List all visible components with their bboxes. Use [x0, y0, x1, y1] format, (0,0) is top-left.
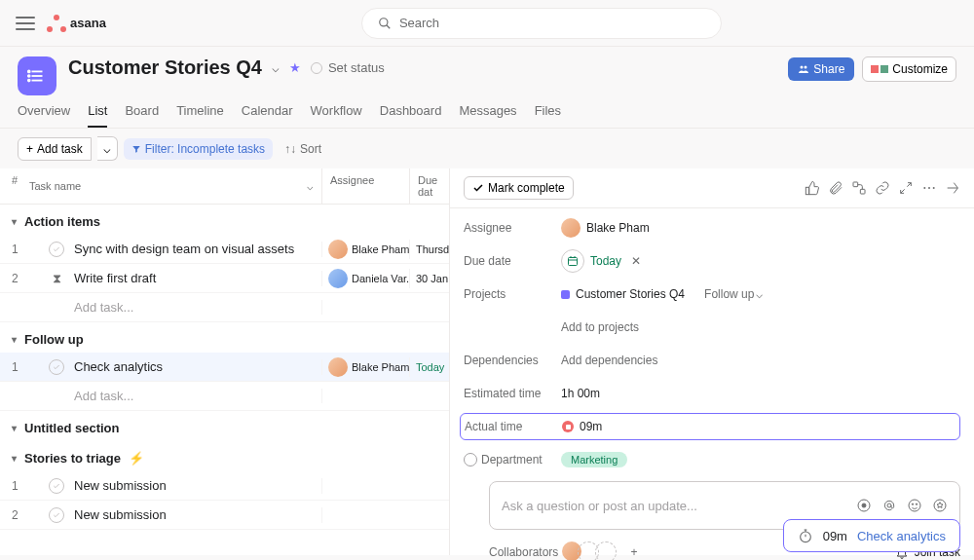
add-task-row[interactable]: Add task... [0, 382, 449, 411]
stopwatch-icon [798, 528, 813, 543]
timer-task-link[interactable]: Check analytics [857, 529, 946, 543]
task-row[interactable]: 2 ⧗Write first draft Daniela Var... 30 J… [0, 264, 449, 293]
due-date: 30 Jan [410, 273, 449, 284]
task-list-pane: # Task name⌵ Assignee Due dat ▾Action it… [0, 168, 450, 555]
collapse-icon: ▾ [12, 334, 17, 345]
project-chip[interactable]: Customer Stories Q4 [561, 287, 685, 301]
calendar-icon [561, 249, 584, 273]
tab-dashboard[interactable]: Dashboard [380, 103, 442, 128]
section-header[interactable]: ▾Action items [0, 205, 449, 235]
add-task-caret[interactable]: ⌵ [97, 136, 118, 161]
filter-pill[interactable]: Filter: Incomplete tasks [124, 138, 273, 160]
tab-files[interactable]: Files [535, 103, 561, 128]
tab-messages[interactable]: Messages [459, 103, 516, 128]
collaborators-label: Collaborators [489, 545, 558, 559]
project-tabs: Overview List Board Timeline Calendar Wo… [0, 95, 974, 129]
appreciation-icon[interactable] [932, 498, 948, 513]
svg-point-23 [909, 500, 920, 511]
menu-icon[interactable] [16, 17, 35, 30]
section-header[interactable]: ▾Follow up [0, 322, 449, 353]
svg-point-6 [28, 75, 30, 77]
tab-timeline[interactable]: Timeline [176, 103, 224, 128]
mark-complete-button[interactable]: Mark complete [464, 176, 574, 200]
label-projects: Projects [464, 287, 561, 301]
actual-time-value[interactable]: 09m [562, 420, 602, 433]
tab-board[interactable]: Board [125, 103, 159, 128]
add-task-button[interactable]: + Add task [18, 137, 92, 161]
task-row[interactable]: 1 New submission [0, 471, 449, 501]
clear-duedate[interactable]: ✕ [631, 254, 641, 268]
svg-point-7 [28, 80, 30, 82]
search-icon [378, 17, 392, 30]
check-icon [472, 182, 484, 194]
more-icon[interactable] [921, 180, 937, 196]
avatar-placeholder[interactable] [595, 541, 617, 560]
filter-icon [131, 144, 141, 154]
department-tag[interactable]: Marketing [561, 452, 627, 467]
col-duedate: Due dat [410, 168, 449, 204]
section-name: Stories to triage [24, 451, 121, 466]
task-row[interactable]: 1 Sync with design team on visual assets… [0, 235, 449, 264]
section-dropdown[interactable]: Follow up ⌵ [704, 287, 763, 301]
add-collaborator[interactable]: + [630, 545, 637, 559]
tab-workflow[interactable]: Workflow [311, 103, 362, 128]
assignee-name: Daniela Var... [352, 273, 410, 284]
due-date: Today [410, 361, 449, 373]
svg-point-15 [933, 187, 935, 189]
section-header[interactable]: ▾Stories to triage⚡ [0, 441, 449, 471]
col-assignee: Assignee [322, 168, 410, 204]
like-icon[interactable] [805, 180, 820, 196]
chevron-down-icon[interactable]: ⌵ [307, 180, 314, 193]
tab-overview[interactable]: Overview [18, 103, 70, 128]
label-assignee: Assignee [464, 221, 561, 235]
assignee-value[interactable]: Blake Pham [561, 218, 650, 238]
customize-button[interactable]: Customize [862, 56, 956, 82]
svg-rect-12 [860, 189, 865, 194]
task-name: New submission [74, 478, 167, 493]
duedate-value[interactable]: Today ✕ [561, 249, 641, 273]
svg-point-25 [916, 504, 917, 504]
avatar [561, 218, 581, 238]
task-row[interactable]: 2 New submission [0, 501, 449, 530]
star-icon[interactable]: ★ [289, 60, 301, 75]
estimated-value[interactable]: 1h 00m [561, 387, 600, 400]
sort-button[interactable]: ↑↓ Sort [284, 142, 321, 156]
tab-calendar[interactable]: Calendar [242, 103, 293, 128]
timer-widget[interactable]: 09m Check analytics [783, 519, 960, 552]
close-panel-icon[interactable] [945, 180, 960, 196]
complete-checkbox[interactable] [49, 478, 64, 494]
row-number: 1 [0, 479, 29, 493]
attach-icon[interactable] [828, 180, 843, 196]
complete-checkbox[interactable] [49, 242, 64, 257]
complete-checkbox[interactable] [49, 359, 64, 375]
collapse-icon: ▾ [12, 453, 17, 464]
timer-value: 09m [823, 529, 847, 543]
add-task-row[interactable]: Add task... [0, 293, 449, 322]
link-icon[interactable] [875, 180, 890, 196]
section-name: Follow up [24, 332, 84, 347]
tab-list[interactable]: List [88, 103, 107, 128]
mention-icon[interactable] [881, 498, 897, 513]
complete-checkbox[interactable] [49, 507, 64, 523]
logo[interactable]: asana [47, 15, 106, 32]
expand-icon[interactable] [898, 180, 914, 196]
record-icon [562, 421, 574, 432]
share-button[interactable]: Share [788, 57, 854, 81]
search-input[interactable]: Search [361, 8, 722, 39]
label-estimated: Estimated time [464, 387, 561, 400]
task-row[interactable]: 1 Check analytics Blake Pham Today [0, 353, 449, 382]
record-video-icon[interactable] [856, 498, 872, 513]
logo-text: asana [70, 16, 106, 30]
svg-point-8 [801, 66, 804, 69]
svg-rect-11 [853, 182, 858, 187]
section-header[interactable]: ▾Untitled section [0, 411, 449, 441]
avatar [328, 269, 348, 288]
add-dependencies[interactable]: Add dependencies [561, 354, 657, 367]
set-status-button[interactable]: Set status [311, 60, 385, 75]
task-name: Write first draft [74, 271, 156, 285]
add-to-projects[interactable]: Add to projects [561, 320, 639, 334]
emoji-icon[interactable] [907, 498, 922, 513]
subtask-icon[interactable] [851, 180, 867, 196]
color-sq-icon [880, 65, 888, 73]
chevron-down-icon[interactable]: ⌵ [272, 60, 280, 75]
